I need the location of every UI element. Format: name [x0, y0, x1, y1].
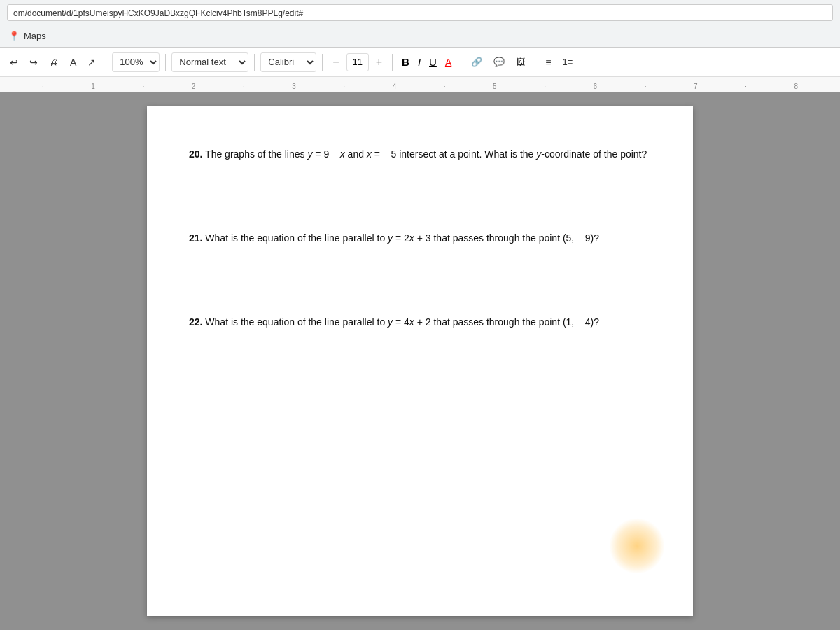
camera-glare: [609, 518, 665, 574]
font-size-increase-button[interactable]: +: [372, 53, 386, 71]
cursor-button[interactable]: ↗: [83, 54, 100, 71]
bold-button[interactable]: B: [398, 54, 413, 70]
redo-button[interactable]: ↪: [25, 54, 42, 71]
divider-1: [106, 54, 106, 71]
divider-6: [461, 54, 461, 71]
divider-2: [165, 54, 166, 71]
underline-button[interactable]: U: [426, 54, 440, 70]
question-21-block: 21. What is the equation of the line par…: [189, 218, 651, 302]
indent-button[interactable]: 1≡: [558, 54, 577, 70]
format-buttons: B I U A: [398, 54, 455, 70]
ruler: · 1 · 2 · 3 · 4 · 5 · 6 · 7 · 8: [0, 77, 840, 92]
zoom-control: 100% 75% 125%: [112, 52, 160, 72]
toolbar: ↩ ↪ 🖨 A ↗ 100% 75% 125% Normal text Head…: [0, 48, 840, 77]
document-area: 20. The graphs of the lines y = 9 – x an…: [0, 92, 840, 630]
divider-5: [392, 54, 393, 71]
question-20-block: 20. The graphs of the lines y = 9 – x an…: [189, 134, 651, 218]
divider-7: [535, 54, 536, 71]
divider-3: [254, 54, 255, 71]
undo-button[interactable]: ↩: [6, 54, 22, 71]
list-button[interactable]: ≡: [541, 54, 555, 71]
browser-bar: om/document/d/1pfsUmeispyHCxKO9JaDBxzgQF…: [0, 0, 840, 25]
divider-4: [322, 54, 323, 71]
image-button[interactable]: 🖼: [512, 54, 529, 70]
address-bar[interactable]: om/document/d/1pfsUmeispyHCxKO9JaDBxzgQF…: [7, 4, 833, 21]
question-20-text: 20. The graphs of the lines y = 9 – x an…: [189, 147, 651, 162]
page[interactable]: 20. The graphs of the lines y = 9 – x an…: [147, 106, 693, 616]
zoom-select[interactable]: 100% 75% 125%: [112, 52, 160, 72]
print-button[interactable]: 🖨: [45, 54, 63, 71]
paint-format-button[interactable]: A: [66, 54, 80, 71]
question-22-block: 22. What is the equation of the line par…: [189, 302, 651, 386]
question-21-text: 21. What is the equation of the line par…: [189, 231, 651, 246]
font-size-decrease-button[interactable]: −: [328, 53, 343, 71]
pin-icon: 📍: [8, 31, 20, 41]
comment-button[interactable]: 💬: [489, 54, 509, 70]
text-color-button[interactable]: A: [442, 55, 455, 70]
link-button[interactable]: 🔗: [467, 54, 486, 70]
style-select[interactable]: Normal text Heading 1 Heading 2: [172, 52, 248, 72]
maps-tab[interactable]: 📍 Maps: [0, 25, 840, 48]
maps-tab-label: Maps: [24, 31, 46, 41]
font-select[interactable]: Calibri Arial Times New Roman: [260, 52, 316, 72]
italic-button[interactable]: I: [414, 54, 424, 70]
ruler-inner: · 1 · 2 · 3 · 4 · 5 · 6 · 7 · 8: [42, 83, 798, 92]
font-size-input[interactable]: [346, 53, 369, 71]
question-22-text: 22. What is the equation of the line par…: [189, 315, 651, 330]
